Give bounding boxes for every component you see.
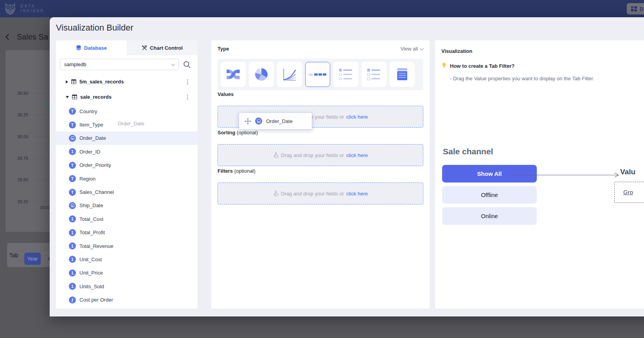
tools-icon xyxy=(142,45,147,51)
field-label: Order_Priority xyxy=(79,162,111,168)
period-option-year[interactable]: Year xyxy=(24,253,41,265)
annotation-value-label: Valu xyxy=(620,168,635,176)
modal-title: Visualization Builder xyxy=(56,23,133,33)
line-chart-icon xyxy=(282,67,297,82)
brand: DATA INSIDER xyxy=(4,2,45,15)
tree-field-units-sold[interactable]: 1Units_Sold xyxy=(56,280,198,293)
tab-chart-control[interactable]: Chart Control xyxy=(127,40,198,55)
dropzone-click-here-link[interactable]: click here xyxy=(346,152,368,158)
date-field-icon xyxy=(69,202,76,209)
view-all-dropdown[interactable]: View all xyxy=(400,46,423,52)
tree-field-total-cost[interactable]: 1Total_Cost xyxy=(56,212,198,226)
kebab-menu-icon[interactable] xyxy=(185,95,191,99)
search-icon[interactable] xyxy=(183,60,191,69)
annotation-group-dropzone[interactable]: Gro xyxy=(614,182,644,203)
tree-field-sales-channel[interactable]: TSales_Channel xyxy=(56,185,198,199)
visualization-panel: Visualization How to create a Tab Filter… xyxy=(435,40,644,309)
tree-field-order-priority[interactable]: TOrder_Priority xyxy=(56,159,198,172)
chevron-down-icon xyxy=(171,62,175,66)
number-field-icon: 1 xyxy=(69,269,76,277)
preview-title: Sale channel xyxy=(443,147,493,156)
view-all-label: View all xyxy=(400,46,418,52)
brand-text: DATA INSIDER xyxy=(20,4,45,13)
dashboard-icon xyxy=(631,6,637,12)
tree-field-order-id[interactable]: 1Order_ID xyxy=(56,145,198,158)
chevron-down-icon xyxy=(420,46,424,50)
function-field-icon: ƒ xyxy=(69,296,76,304)
drag-ghost-source-label: Order_Date xyxy=(118,121,144,127)
drag-chip-order-date[interactable]: Order_Date xyxy=(239,112,312,130)
kebab-menu-icon[interactable] xyxy=(185,80,191,84)
number-field-icon: 1 xyxy=(69,229,76,236)
dropzone-text: Drag and drop your fields or xyxy=(281,191,344,197)
chart-type-pie[interactable] xyxy=(249,62,274,87)
tree-field-total-profit[interactable]: 1Total_Profit xyxy=(56,226,198,239)
chart-type-strip: Tab xyxy=(218,59,423,90)
builder-panel: Type View all xyxy=(211,40,430,309)
tab-database[interactable]: Database xyxy=(56,40,127,55)
tree-field-region[interactable]: TRegion xyxy=(56,172,198,185)
tab-chart-control-label: Chart Control xyxy=(150,45,183,51)
caret-right-icon[interactable] xyxy=(66,80,68,83)
table-name: sale_records xyxy=(80,94,112,100)
tree-field-ship-date[interactable]: Ship_Date xyxy=(56,199,198,212)
sorting-section-label: Sorting (optional) xyxy=(218,130,258,136)
channel-option-offline[interactable]: Offline xyxy=(442,186,537,204)
move-icon xyxy=(245,118,251,125)
pie-chart-icon xyxy=(254,67,269,82)
tree-field-cost-per-order[interactable]: ƒCost per Order xyxy=(56,293,198,306)
chart-type-radio-list[interactable] xyxy=(333,62,358,87)
tree-field-unit-cost[interactable]: 1Unit_Cost xyxy=(56,253,198,266)
owl-logo-icon xyxy=(4,2,16,15)
tree-table-row[interactable]: sale_records xyxy=(56,89,198,105)
filters-section-label: Filters (optional) xyxy=(218,168,255,174)
field-label: Sales_Channel xyxy=(79,189,114,195)
radio-list-icon xyxy=(338,68,353,81)
tree-field-country[interactable]: TCountry xyxy=(56,105,198,118)
number-field-icon: 1 xyxy=(69,148,76,155)
date-field-icon xyxy=(255,117,262,125)
tree-field-unit-price[interactable]: 1Unit_Price xyxy=(56,266,198,280)
back-chevron-icon[interactable] xyxy=(5,34,12,40)
number-field-icon: 1 xyxy=(69,215,76,222)
chart-type-tab-filter[interactable]: Tab xyxy=(305,62,330,87)
caret-down-icon[interactable] xyxy=(66,96,69,98)
drag-chip-label: Order_Date xyxy=(266,118,293,124)
field-label: Unit_Cost xyxy=(79,257,102,262)
field-label: Country xyxy=(79,108,97,114)
chart-type-checkbox-list[interactable] xyxy=(362,62,387,87)
tree-field-order-date[interactable]: Order_Date xyxy=(56,132,198,145)
visualization-builder-modal: Visualization Builder Database Chart C xyxy=(50,17,644,316)
dashboard-button[interactable]: D xyxy=(627,3,644,14)
channel-option-online[interactable]: Online xyxy=(442,207,537,225)
text-field-icon: T xyxy=(69,175,76,182)
dropdown-filter-icon xyxy=(395,68,410,81)
drag-hand-icon xyxy=(273,190,279,197)
database-select[interactable]: sampledb xyxy=(60,59,179,70)
filters-dropzone[interactable]: Drag and drop your fields or click here xyxy=(218,183,423,204)
table-name: 5m_sales_records xyxy=(79,79,124,85)
tree-field-total-revenue[interactable]: 1Total_Revenue xyxy=(56,239,198,253)
dropzone-click-here-link[interactable]: click here xyxy=(346,114,368,120)
tab-database-label: Database xyxy=(84,45,107,51)
chart-type-line[interactable] xyxy=(277,62,302,87)
database-select-value: sampledb xyxy=(64,61,86,67)
database-icon xyxy=(76,45,81,51)
number-field-icon: 1 xyxy=(69,283,76,290)
field-label: Total_Profit xyxy=(79,230,105,235)
field-label: Total_Revenue xyxy=(79,243,113,249)
number-field-icon: 1 xyxy=(69,256,76,263)
type-section-label: Type xyxy=(218,46,229,52)
tab-filter-icon: Tab xyxy=(308,71,327,78)
dropzone-click-here-link[interactable]: click here xyxy=(346,191,368,197)
tree-table-row[interactable]: 5m_sales_records xyxy=(56,74,198,89)
field-label: Region xyxy=(79,176,95,182)
sorting-dropzone[interactable]: Drag and drop your fields or click here xyxy=(218,144,423,166)
visualization-title: Visualization xyxy=(441,48,472,54)
top-navbar: DATA INSIDER D xyxy=(0,0,644,17)
chart-type-sankey[interactable] xyxy=(221,62,246,87)
text-field-icon: T xyxy=(69,189,76,196)
chart-type-dropdown-filter[interactable] xyxy=(390,62,415,87)
sankey-icon xyxy=(225,67,241,82)
annotation-group-label: Gro xyxy=(623,189,633,195)
